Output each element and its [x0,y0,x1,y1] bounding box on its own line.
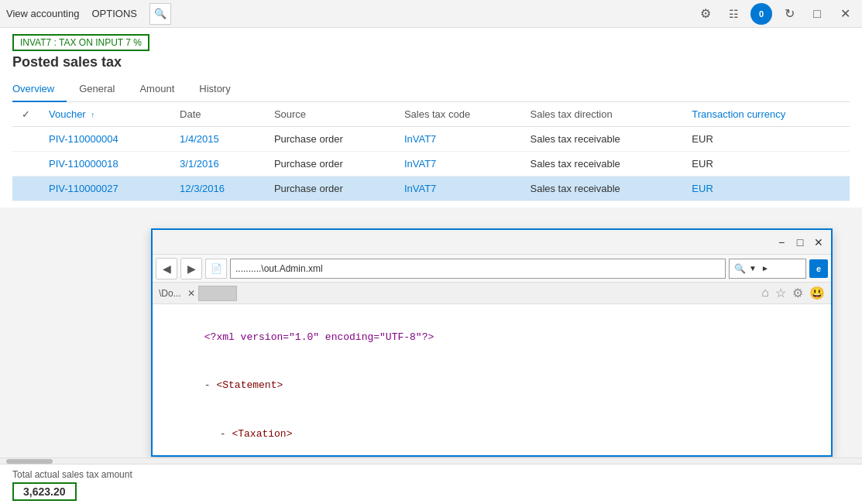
xml-back-button[interactable]: ◀ [156,258,177,279]
refresh-icon[interactable]: ↻ [778,3,800,25]
xml-address-text: ..........\out.Admin.xml [235,263,323,274]
xml-favorites-icon[interactable]: ☆ [775,286,786,300]
xml-search-icon: 🔍 [734,263,746,274]
row-source: Purchase order [265,177,395,201]
row-check [12,152,39,177]
row-transaction: EUR [682,152,850,177]
total-label: Total actual sales tax amount [12,469,850,480]
row-voucher[interactable]: PIV-110000027 [39,177,170,201]
xml-doc-tab-close[interactable]: ✕ [187,288,195,299]
row-transaction: EUR [682,127,850,152]
sort-arrow: ↑ [91,111,94,119]
page-content: INVAT7 : TAX ON INPUT 7 % Posted sales t… [0,28,862,207]
xml-minimize-button[interactable]: − [772,233,791,252]
tab-overview[interactable]: Overview [12,77,67,102]
row-sales-tax-direction: Sales tax receivable [520,127,682,152]
bottom-bar: Total actual sales tax amount 3,623.20 [0,464,862,504]
row-voucher[interactable]: PIV-110000004 [39,127,170,152]
sales-tax-table: ✓ Voucher ↑ Date Source Sales tax code S… [12,102,850,201]
xml-right-icons: ⌂ ☆ ⚙ 😃 [761,286,825,300]
xml-restore-button[interactable]: □ [791,233,809,252]
popout-icon[interactable]: □ [806,3,828,25]
xml-toolbar: ◀ ▶ 📄 ..........\out.Admin.xml 🔍 ▼ ► e [153,255,831,283]
search-button[interactable]: 🔍 [149,3,171,25]
row-date: 12/3/2016 [170,177,265,201]
xml-close-button[interactable]: ✕ [809,233,828,252]
table-row[interactable]: PIV-1100000183/1/2016Purchase orderInVAT… [12,152,850,177]
xml-doc-bar: \Do... ✕ ⌂ ☆ ⚙ 😃 [153,283,831,304]
row-source: Purchase order [265,152,395,177]
top-bar: View accounting OPTIONS 🔍 ⚙ ☷ 0 ↻ □ ✕ [0,0,862,28]
top-bar-left: View accounting OPTIONS 🔍 [6,3,695,25]
xml-emoji-icon[interactable]: 😃 [809,286,825,300]
table-row[interactable]: PIV-11000002712/3/2016Purchase orderInVA… [12,177,850,201]
tax-tag: INVAT7 : TAX ON INPUT 7 % [12,34,149,51]
xml-doc-gray-area [198,286,237,301]
xml-titlebar: − □ ✕ [153,230,831,255]
office-icon[interactable]: ☷ [723,3,744,25]
row-voucher[interactable]: PIV-110000018 [39,152,170,177]
xml-line-1: <?xml version="1.0" encoding="UTF-8"?> [168,314,816,362]
options-menu[interactable]: OPTIONS [91,8,137,19]
row-sales-tax-direction: Sales tax receivable [520,177,682,201]
scroll-area[interactable] [0,458,862,464]
row-transaction: EUR [682,177,850,201]
row-sales-tax-code: InVAT7 [395,152,521,177]
row-check [12,177,39,201]
col-source[interactable]: Source [265,102,395,127]
table-header-row: ✓ Voucher ↑ Date Source Sales tax code S… [12,102,850,127]
xml-ie-icon: e [809,259,828,278]
row-date: 1/4/2015 [170,127,265,152]
xml-home-icon[interactable]: ⌂ [761,286,769,300]
col-voucher[interactable]: Voucher ↑ [39,102,170,127]
table-row[interactable]: PIV-1100000041/4/2015Purchase orderInVAT… [12,127,850,152]
row-sales-tax-code: InVAT7 [395,177,521,201]
tab-bar: Overview General Amount History [12,77,850,102]
row-check [12,127,39,152]
xml-search-next: ► [761,264,769,273]
total-value: 3,623.20 [12,482,77,501]
col-sales-tax-code[interactable]: Sales tax code [395,102,521,127]
col-date[interactable]: Date [170,102,265,127]
close-icon[interactable]: ✕ [834,3,856,25]
checkmark-icon: ✓ [22,108,30,120]
notification-icon[interactable]: 0 [750,3,772,25]
xml-content: <?xml version="1.0" encoding="UTF-8"?> -… [153,304,831,455]
table-body: PIV-1100000041/4/2015Purchase orderInVAT… [12,127,850,201]
row-sales-tax-code: InVAT7 [395,127,521,152]
xml-popup: − □ ✕ ◀ ▶ 📄 ..........\out.Admin.xml 🔍 ▼… [151,228,833,457]
row-date: 3/1/2016 [170,152,265,177]
col-check: ✓ [12,102,39,127]
xml-search-bar[interactable]: 🔍 ▼ ► [729,259,806,279]
col-sales-tax-direction[interactable]: Sales tax direction [520,102,682,127]
page-title: Posted sales tax [12,54,850,70]
xml-address-bar[interactable]: ..........\out.Admin.xml [230,259,726,279]
xml-doc-label: \Do... [159,288,181,299]
top-bar-right: ⚙ ☷ 0 ↻ □ ✕ [695,3,856,25]
row-sales-tax-direction: Sales tax receivable [520,152,682,177]
search-icon: 🔍 [154,8,167,19]
xml-search-arrow: ▼ [749,264,757,273]
xml-line-3: - <Taxation> [168,410,816,455]
table-container: ✓ Voucher ↑ Date Source Sales tax code S… [12,102,850,201]
view-accounting-link[interactable]: View accounting [6,8,79,19]
settings-icon[interactable]: ⚙ [695,3,716,25]
tab-general[interactable]: General [67,77,127,102]
xml-settings-icon[interactable]: ⚙ [792,286,803,300]
xml-line-2: - <Statement> [168,362,816,410]
tab-history[interactable]: History [187,77,242,102]
xml-forward-button[interactable]: ▶ [180,258,202,279]
tab-amount[interactable]: Amount [127,77,187,102]
row-source: Purchase order [265,127,395,152]
col-transaction[interactable]: Transaction currency [682,102,850,127]
xml-page-icon: 📄 [205,259,227,279]
